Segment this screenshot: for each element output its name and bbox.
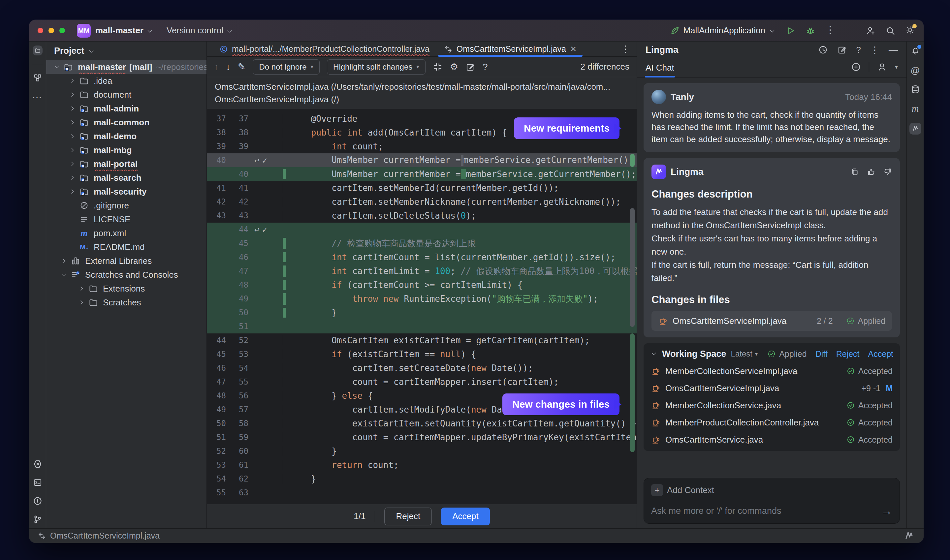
tree-item-mall-security[interactable]: mall-security — [46, 185, 206, 198]
tree-item-extensions[interactable]: Extensions — [46, 282, 206, 295]
gutter-actions[interactable]: ↩✓ — [253, 155, 283, 165]
tree-item-pom-xml[interactable]: mpom.xml — [46, 226, 206, 240]
tree-item-mall-search[interactable]: mall-search — [46, 171, 206, 185]
zoom-window-button[interactable] — [59, 28, 65, 33]
previous-change-button[interactable]: ↑ — [214, 62, 219, 72]
code-line[interactable]: 5462 } — [207, 472, 637, 486]
version-dropdown[interactable]: Latest ▾ — [731, 349, 758, 358]
diff-link[interactable]: Diff — [815, 349, 828, 359]
highlight-policy-dropdown[interactable]: Highlight split changes▾ — [327, 59, 425, 75]
tree-item-mall-demo[interactable]: mall-demo — [46, 129, 206, 143]
diff-settings-button[interactable]: ⚙ — [450, 62, 458, 72]
history-icon[interactable] — [818, 45, 828, 55]
accept-link[interactable]: Accept — [868, 349, 893, 359]
code-line[interactable]: 40 UmsMember currentMember = memberServi… — [207, 167, 637, 181]
accept-button[interactable]: Accept — [441, 508, 490, 525]
code-line[interactable]: 5563 — [207, 486, 637, 500]
code-line[interactable]: 50 } — [207, 306, 637, 320]
chevron-right-icon[interactable] — [67, 146, 79, 154]
thumbs-up-icon[interactable] — [867, 168, 875, 176]
code-line[interactable]: 44↩✓ — [207, 223, 637, 237]
code-line[interactable]: 4242 cartItem.setMemberNickname(currentM… — [207, 195, 637, 209]
gutter-actions[interactable]: ↩✓ — [253, 225, 283, 234]
working-space-file-row[interactable]: MemberCollectionService.javaAccepted — [644, 397, 900, 414]
tab-oms-cart-item-service-impl[interactable]: OmsCartItemServiceImpl.java ✕ — [437, 42, 584, 56]
search-button[interactable] — [885, 26, 895, 35]
chevron-right-icon[interactable] — [67, 77, 79, 85]
chevron-right-icon[interactable] — [67, 104, 79, 113]
notifications-button[interactable] — [910, 46, 920, 57]
thumbs-down-icon[interactable] — [883, 168, 892, 176]
tab-options-button[interactable]: ⋮ — [621, 43, 637, 54]
project-tool-button[interactable] — [33, 46, 43, 55]
new-chat-icon[interactable] — [837, 45, 847, 55]
tree-item-license[interactable]: LICENSE — [46, 212, 206, 226]
collapse-unchanged-button[interactable] — [433, 62, 443, 72]
working-space-file-row[interactable]: OmsCartItemServiceImpl.java+9 -1M — [644, 380, 900, 397]
project-menu[interactable]: mall-master — [95, 25, 153, 35]
send-icon[interactable]: → — [881, 505, 892, 517]
code-line[interactable]: 5361 return count; — [207, 458, 637, 472]
chevron-right-icon[interactable] — [67, 174, 79, 182]
reject-link[interactable]: Reject — [836, 349, 860, 359]
chevron-down-icon[interactable] — [88, 47, 95, 54]
tree-item-mall-mbg[interactable]: mall-mbg — [46, 143, 206, 157]
run-configuration-selector[interactable]: MallAdminApplication — [670, 25, 776, 35]
undo-icon[interactable]: ↩ — [254, 155, 260, 165]
chat-input-placeholder[interactable]: Ask me more or '/' for commands — [651, 506, 781, 516]
close-window-button[interactable] — [38, 28, 43, 33]
edit-icon[interactable]: ✎ — [238, 62, 245, 72]
code-line[interactable]: 5058 existCartItem.setQuantity(existCart… — [207, 417, 637, 431]
tree-item-external-libraries[interactable]: External Libraries — [46, 254, 206, 268]
chevron-right-icon[interactable] — [76, 298, 88, 307]
chevron-down-icon[interactable] — [58, 271, 70, 279]
code-line[interactable]: 4654 cartItem.setCreateDate(new Date()); — [207, 361, 637, 375]
terminal-tool-button[interactable] — [33, 478, 43, 488]
code-diff-area[interactable]: 3737 @Override3838 public int add(OmsCar… — [207, 109, 637, 504]
working-space-file-row[interactable]: OmsCartItemService.javaAccepted — [644, 431, 900, 448]
tree-item-mall-common[interactable]: mall-common — [46, 115, 206, 129]
tree-item-document[interactable]: document — [46, 88, 206, 102]
help-button[interactable]: ? — [483, 62, 488, 72]
changed-file-row[interactable]: OmsCartItemServiceImpl.java 2 / 2 Applie… — [651, 311, 892, 331]
services-tool-button[interactable] — [33, 459, 43, 469]
new-session-icon[interactable] — [851, 62, 861, 72]
code-line[interactable]: 49 throw new RuntimeException("购物车已满，添加失… — [207, 292, 637, 306]
chevron-right-icon[interactable] — [67, 132, 79, 140]
lingma-tool-button[interactable] — [910, 123, 921, 135]
code-line[interactable]: 4553 if (existCartItem == null) { — [207, 347, 637, 361]
help-icon[interactable]: ? — [856, 45, 861, 55]
close-tab-icon[interactable]: ✕ — [570, 45, 577, 54]
chevron-down-icon[interactable] — [51, 63, 63, 71]
tree-item--gitignore[interactable]: .gitignore — [46, 198, 206, 212]
code-line[interactable]: 40↩✓ UmsMember currentMember =memberServ… — [207, 153, 637, 167]
next-change-button[interactable]: ↓ — [226, 62, 231, 72]
chat-scroll-area[interactable]: Tanly Today 16:44 When adding items to t… — [637, 78, 907, 477]
code-line[interactable]: 4343 cartItem.setDeleteStatus(0); — [207, 209, 637, 223]
ignore-policy-dropdown[interactable]: Do not ignore▾ — [253, 59, 320, 75]
code-line[interactable]: 3939 int count; — [207, 140, 637, 153]
chat-input-box[interactable]: + Add Context Ask me more or '/' for com… — [644, 478, 900, 524]
chevron-right-icon[interactable] — [67, 90, 79, 99]
lingma-status-icon[interactable] — [903, 530, 915, 542]
copy-icon[interactable] — [850, 168, 859, 176]
chevron-right-icon[interactable] — [58, 257, 70, 265]
code-line[interactable]: 51 — [207, 320, 637, 334]
structure-tool-button[interactable] — [33, 73, 43, 83]
tree-item-mall-portal[interactable]: mall-portal — [46, 157, 206, 171]
tab-member-product-collection-controller[interactable]: mall-portal/.../MemberProductCollectionC… — [212, 42, 437, 56]
add-user-button[interactable] — [865, 26, 875, 35]
agents-icon[interactable] — [877, 62, 887, 72]
working-space-file-row[interactable]: MemberCollectionServiceImpl.javaAccepted — [644, 362, 900, 380]
mentions-tool-button[interactable]: @ — [910, 65, 920, 76]
code-line[interactable]: 45 // 检查购物车商品数量是否达到上限 — [207, 237, 637, 250]
version-control-menu[interactable]: Version control — [166, 25, 233, 35]
tree-item--idea[interactable]: .idea — [46, 74, 206, 88]
maven-tool-button[interactable]: m — [912, 103, 919, 114]
minimize-panel-icon[interactable]: — — [888, 45, 898, 55]
tree-item-readme-md[interactable]: M↓README.md — [46, 240, 206, 254]
minimize-window-button[interactable] — [48, 28, 54, 33]
undo-icon[interactable]: ↩ — [254, 225, 260, 234]
tree-item-mall-master[interactable]: mall-master[mall]~/repositories — [46, 60, 206, 74]
code-line[interactable]: 4452 OmsCartItem existCartItem = getCart… — [207, 334, 637, 347]
